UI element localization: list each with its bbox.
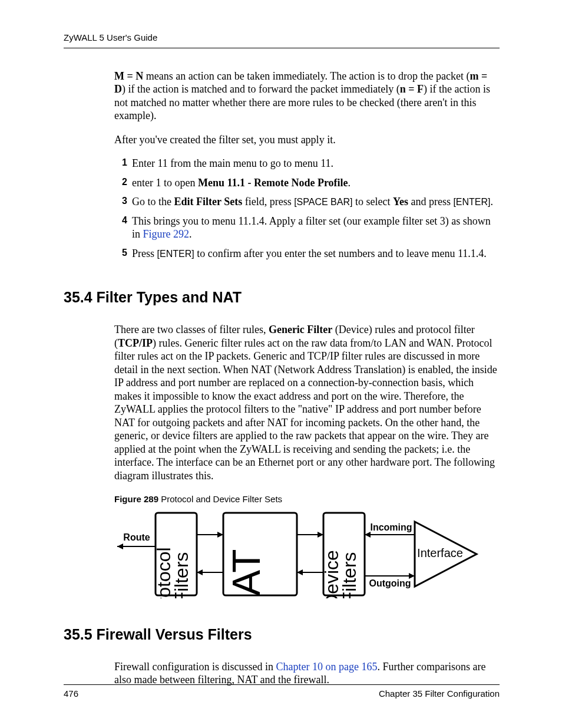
intro-para-1: M = N means an action can be taken immed…: [114, 70, 500, 123]
step3-f: Yes: [393, 196, 408, 207]
step-text: Enter 11 from the main menu to go to men…: [132, 157, 500, 170]
section-355-para: Firewall configuration is discussed in C…: [114, 660, 500, 687]
step-text: This brings you to menu 11.1.4. Apply a …: [132, 215, 500, 241]
step3-b: Edit Filter Sets: [174, 196, 243, 207]
list-item: 5 Press [ENTER] to confirm after you ent…: [114, 247, 500, 261]
list-item: 4 This brings you to menu 11.1.4. Apply …: [114, 215, 500, 241]
page-number: 476: [64, 689, 78, 700]
section-354-title: 35.4 Filter Types and NAT: [64, 288, 500, 307]
step-text: Press [ENTER] to confirm after you enter…: [132, 247, 500, 261]
chapter-label: Chapter 35 Filter Configuration: [379, 689, 500, 700]
step2-a: enter 1 to open: [132, 177, 198, 189]
intro-text-1: means an action can be taken immediately…: [143, 70, 470, 82]
s354-a: There are two classes of filter rules,: [114, 324, 269, 335]
step3-i: .: [491, 196, 494, 207]
step2-c: .: [348, 177, 351, 189]
filters1-label: Filters: [171, 552, 192, 598]
s355-a: Firewall configuration is discussed in: [114, 661, 276, 673]
document-page: ZyWALL 5 User's Guide M = N means an act…: [0, 0, 562, 728]
filters2-label: Filters: [339, 552, 360, 598]
figure-caption-text: Protocol and Device Filter Sets: [158, 494, 282, 504]
step-number: 2: [114, 176, 127, 188]
figure-289-diagram: Route Protocol Filters NAT Device Filter…: [114, 510, 500, 602]
section-354-body: There are two classes of filter rules, G…: [114, 323, 500, 482]
step-number: 4: [114, 215, 127, 226]
list-item: 3 Go to the Edit Filter Sets field, pres…: [114, 195, 500, 209]
s354-e: ) rules. Generic filter rules act on the…: [114, 337, 497, 482]
intro-text-2: ) if the action is matched and to forwar…: [122, 83, 400, 95]
intro-bold-1: M = N: [114, 70, 143, 82]
intro-para-2: After you've created the filter set, you…: [114, 133, 500, 147]
interface-label: Interface: [417, 546, 463, 559]
step-number: 3: [114, 195, 127, 207]
guide-title: ZyWALL 5 User's Guide: [64, 32, 157, 42]
intro-bold-3: n = F: [400, 83, 424, 95]
steps-list: 1 Enter 11 from the main menu to go to m…: [114, 157, 500, 260]
step3-c: field, press: [242, 196, 294, 207]
figure-number: Figure 289: [114, 494, 158, 504]
figure-289-caption: Figure 289 Protocol and Device Filter Se…: [114, 494, 500, 505]
step-text: enter 1 to open Menu 11.1 - Remote Node …: [132, 176, 500, 190]
step5-a: Press: [132, 248, 157, 259]
step3-key2: [ENTER]: [453, 197, 490, 207]
nat-label: NAT: [224, 549, 268, 598]
page-footer: 476 Chapter 35 Filter Configuration: [64, 684, 500, 700]
step-number: 5: [114, 247, 127, 259]
intro-block: M = N means an action can be taken immed…: [114, 70, 500, 261]
section-355-body: Firewall configuration is discussed in C…: [114, 660, 500, 687]
step2-bold: Menu 11.1 - Remote Node Profile: [198, 177, 348, 189]
page-header: ZyWALL 5 User's Guide: [64, 31, 500, 48]
step5-key: [ENTER]: [157, 249, 194, 259]
section-354-para: There are two classes of filter rules, G…: [114, 323, 500, 482]
step3-a: Go to the: [132, 196, 174, 207]
step-number: 1: [114, 157, 127, 169]
list-item: 1 Enter 11 from the main menu to go to m…: [114, 157, 500, 170]
step4-b: .: [189, 228, 192, 240]
route-label: Route: [123, 532, 150, 542]
chapter-10-link[interactable]: Chapter 10 on page 165: [276, 661, 377, 673]
outgoing-label: Outgoing: [369, 578, 411, 588]
protocol-device-filter-diagram: Route Protocol Filters NAT Device Filter…: [114, 510, 480, 598]
section-355-title: 35.5 Firewall Versus Filters: [64, 625, 500, 644]
s354-d: TCP/IP: [118, 337, 153, 349]
list-item: 2 enter 1 to open Menu 11.1 - Remote Nod…: [114, 176, 500, 190]
incoming-label: Incoming: [370, 522, 412, 532]
svg-marker-0: [117, 543, 123, 549]
figure-292-link[interactable]: Figure 292: [143, 228, 190, 240]
step3-key1: [SPACE BAR]: [294, 197, 352, 207]
s354-b: Generic Filter: [269, 324, 332, 335]
step-text: Go to the Edit Filter Sets field, press …: [132, 195, 500, 209]
step5-c: to confirm after you enter the set numbe…: [194, 248, 487, 259]
step3-g: and press: [408, 196, 453, 207]
step3-e: to select: [352, 196, 392, 207]
